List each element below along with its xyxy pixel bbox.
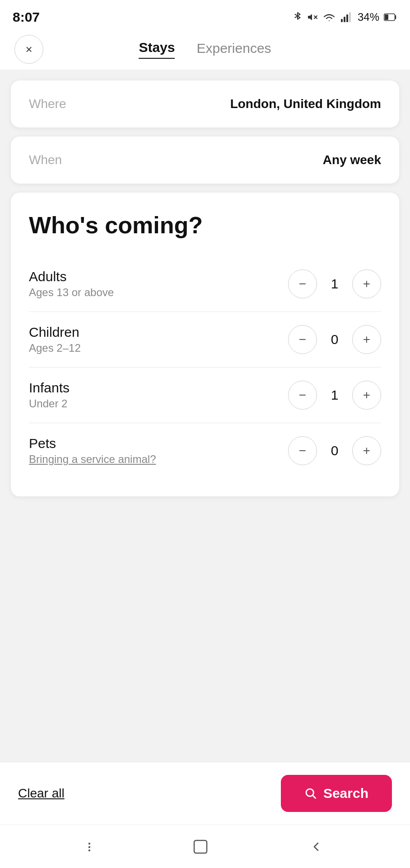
infants-age: Under 2	[29, 397, 70, 410]
status-icons: 34%	[293, 11, 397, 24]
when-value: Any week	[323, 153, 381, 167]
svg-rect-4	[346, 14, 348, 22]
adults-label: Adults	[29, 269, 114, 284]
children-counter: − 0 +	[288, 325, 381, 354]
whos-coming-title: Who's coming?	[29, 212, 381, 238]
svg-rect-10	[194, 840, 207, 853]
svg-rect-2	[341, 19, 343, 22]
whos-coming-card: Who's coming? Adults Ages 13 or above − …	[11, 193, 399, 496]
guest-row-children: Children Ages 2–12 − 0 +	[29, 312, 381, 368]
pets-decrement-button[interactable]: −	[288, 436, 317, 465]
when-card[interactable]: When Any week	[11, 137, 399, 184]
children-decrement-button[interactable]: −	[288, 325, 317, 354]
svg-rect-3	[344, 17, 345, 22]
tab-stays[interactable]: Stays	[139, 40, 175, 59]
status-time: 8:07	[13, 9, 40, 25]
pets-increment-button[interactable]: +	[352, 436, 381, 465]
guest-info-adults: Adults Ages 13 or above	[29, 269, 114, 299]
infants-decrement-button[interactable]: −	[288, 381, 317, 410]
mute-icon	[307, 11, 318, 24]
children-label: Children	[29, 325, 81, 340]
pets-counter: − 0 +	[288, 436, 381, 465]
signal-icon	[340, 12, 353, 23]
guest-info-pets: Pets Bringing a service animal?	[29, 436, 156, 466]
adults-decrement-button[interactable]: −	[288, 269, 317, 298]
pets-count: 0	[328, 443, 341, 458]
guest-row-infants: Infants Under 2 − 1 +	[29, 368, 381, 423]
bluetooth-icon	[293, 11, 303, 24]
infants-count: 1	[328, 387, 341, 403]
svg-rect-7	[385, 14, 388, 20]
children-count: 0	[328, 332, 341, 347]
infants-label: Infants	[29, 380, 70, 396]
search-icon	[304, 787, 317, 800]
svg-rect-5	[349, 12, 351, 22]
guest-row-adults: Adults Ages 13 or above − 1 +	[29, 256, 381, 312]
adults-counter: − 1 +	[288, 269, 381, 298]
wifi-icon	[322, 12, 336, 23]
battery-text: 34%	[358, 11, 379, 24]
status-bar: 8:07 34%	[0, 0, 410, 33]
guest-info-children: Children Ages 2–12	[29, 325, 81, 354]
infants-counter: − 1 +	[288, 381, 381, 410]
svg-line-9	[312, 795, 315, 798]
nav-menu-icon[interactable]: ⫶	[86, 839, 93, 854]
nav-home-icon[interactable]	[192, 839, 209, 855]
where-value: London, United Kingdom	[230, 97, 381, 111]
header: × Stays Experiences	[0, 33, 410, 70]
where-label: Where	[29, 97, 66, 111]
where-card[interactable]: Where London, United Kingdom	[11, 80, 399, 127]
children-age: Ages 2–12	[29, 342, 81, 354]
battery-icon	[384, 13, 397, 21]
adults-age: Ages 13 or above	[29, 286, 114, 299]
bottom-bar: Clear all Search	[0, 762, 410, 825]
tab-experiences[interactable]: Experiences	[196, 41, 271, 59]
pets-service-link[interactable]: Bringing a service animal?	[29, 453, 156, 466]
clear-all-button[interactable]: Clear all	[18, 786, 65, 801]
adults-count: 1	[328, 276, 341, 292]
children-increment-button[interactable]: +	[352, 325, 381, 354]
infants-increment-button[interactable]: +	[352, 381, 381, 410]
pets-label: Pets	[29, 436, 156, 451]
nav-back-icon[interactable]	[308, 839, 324, 855]
search-button[interactable]: Search	[281, 775, 392, 812]
android-nav: ⫶	[0, 825, 410, 868]
main-content: Where London, United Kingdom When Any we…	[0, 70, 410, 762]
adults-increment-button[interactable]: +	[352, 269, 381, 298]
when-label: When	[29, 153, 62, 167]
guest-row-pets: Pets Bringing a service animal? − 0 +	[29, 423, 381, 478]
guest-info-infants: Infants Under 2	[29, 380, 70, 410]
close-button[interactable]: ×	[14, 35, 43, 64]
tab-group: Stays Experiences	[139, 40, 271, 59]
